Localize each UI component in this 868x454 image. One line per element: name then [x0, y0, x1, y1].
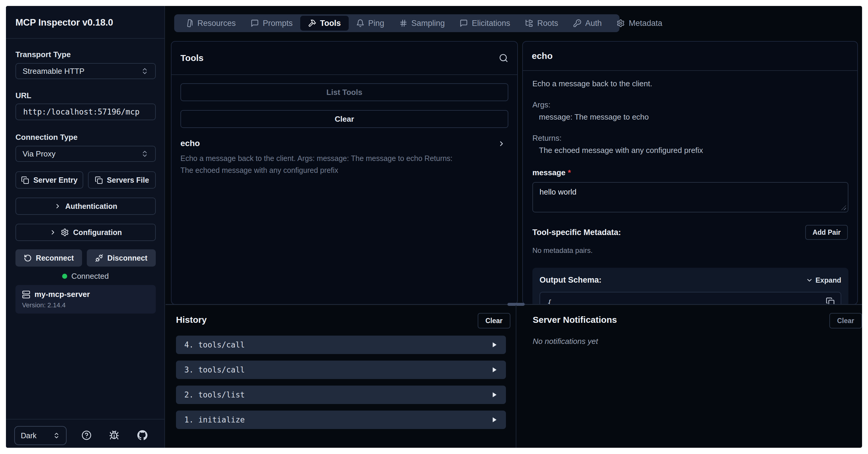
add-pair-button[interactable]: Add Pair — [805, 225, 848, 240]
play-expand-icon — [491, 342, 498, 348]
help-button[interactable] — [81, 430, 92, 441]
output-schema-section: Output Schema: Expand { type: "object" — [532, 268, 848, 305]
tab-sampling[interactable]: Sampling — [392, 14, 453, 32]
status-dot — [62, 274, 67, 279]
history-item[interactable]: 2. tools/list — [176, 386, 506, 404]
code-open-brace: { — [547, 299, 834, 305]
transport-type-value: Streamable HTTP — [23, 67, 85, 76]
vertical-split-divider — [516, 305, 516, 448]
play-expand-icon — [491, 417, 498, 423]
tools-panel-header: Tools — [172, 41, 517, 75]
github-link-button[interactable] — [137, 430, 148, 441]
authentication-label: Authentication — [65, 202, 117, 210]
chevron-right-icon — [49, 229, 57, 236]
history-item[interactable]: 4. tools/call — [176, 336, 506, 354]
tab-prompts[interactable]: Prompts — [243, 14, 300, 32]
resize-grip[interactable] — [841, 205, 846, 210]
server-info-card: my-mcp-server Version: 2.14.4 — [16, 285, 156, 314]
top-nav: Resources Prompts Tools Ping Sampling El… — [174, 14, 619, 32]
tab-label: Auth — [585, 19, 602, 28]
tab-tools[interactable]: Tools — [300, 16, 349, 31]
returns-detail: The echoed message with any configured p… — [539, 146, 848, 155]
chevron-right-icon — [498, 140, 505, 147]
tab-resources[interactable]: Resources — [178, 14, 243, 32]
server-name: my-mcp-server — [34, 290, 90, 299]
url-value: http:/localhost:57196/mcp — [23, 107, 140, 116]
configuration-expander[interactable]: Configuration — [16, 224, 156, 241]
history-clear-button[interactable]: Clear — [478, 313, 510, 329]
schema-code-block: { type: "object" — [539, 292, 841, 305]
connection-status: Connected — [6, 272, 165, 281]
key-icon — [573, 19, 582, 27]
github-icon — [137, 430, 148, 440]
gear-icon — [617, 19, 625, 27]
bug-report-button[interactable] — [108, 430, 120, 441]
help-circle-icon — [82, 430, 92, 440]
tab-elicitations[interactable]: Elicitations — [452, 14, 518, 32]
tab-auth[interactable]: Auth — [566, 14, 609, 32]
chevrons-up-down-icon — [53, 432, 60, 439]
tab-label: Metadata — [629, 19, 662, 28]
status-text: Connected — [71, 272, 109, 281]
history-item[interactable]: 3. tools/call — [176, 361, 506, 379]
hash-icon — [399, 19, 407, 27]
gear-icon — [61, 228, 69, 236]
copy-icon — [21, 176, 29, 184]
history-item-label: 4. tools/call — [184, 340, 245, 349]
history-title: History — [176, 315, 207, 325]
servers-file-label: Servers File — [107, 176, 149, 185]
chevrons-up-down-icon — [141, 150, 149, 158]
main-area: Resources Prompts Tools Ping Sampling El… — [165, 6, 862, 448]
play-expand-icon — [491, 367, 498, 373]
tab-roots[interactable]: Roots — [518, 14, 566, 32]
theme-select[interactable]: Dark — [14, 426, 67, 445]
bell-icon — [356, 19, 365, 27]
folder-tree-icon — [525, 19, 533, 27]
mcp-inspector-window: MCP Inspector v0.18.0 Transport Type Str… — [6, 6, 862, 448]
reconnect-button[interactable]: Reconnect — [16, 249, 82, 266]
expand-toggle[interactable]: Expand — [806, 276, 841, 284]
server-version: Version: 2.14.4 — [22, 302, 149, 309]
servers-file-button[interactable]: Servers File — [88, 171, 156, 189]
message-textarea[interactable]: hello world — [532, 182, 848, 212]
transport-type-select[interactable]: Streamable HTTP — [16, 63, 156, 79]
unplug-icon — [95, 254, 103, 262]
connection-type-label: Connection Type — [16, 133, 78, 142]
list-tools-button[interactable]: List Tools — [180, 83, 508, 101]
connection-type-select[interactable]: Via Proxy — [16, 146, 156, 162]
required-marker: * — [568, 168, 571, 177]
disconnect-button[interactable]: Disconnect — [87, 249, 156, 266]
history-item[interactable]: 1. initialize — [176, 410, 506, 429]
metadata-empty-text: No metadata pairs. — [532, 246, 848, 255]
disconnect-label: Disconnect — [107, 254, 148, 262]
tool-detail-description: Echo a message back to the client. — [532, 79, 848, 88]
authentication-expander[interactable]: Authentication — [16, 198, 156, 215]
search-icon[interactable] — [499, 53, 508, 63]
tool-list-item-echo[interactable]: echo Echo a message back to the client. … — [180, 139, 508, 176]
history-item-label: 2. tools/list — [184, 390, 245, 399]
tab-metadata[interactable]: Metadata — [609, 14, 670, 32]
copy-schema-button[interactable] — [826, 297, 835, 305]
url-input[interactable]: http:/localhost:57196/mcp — [16, 104, 156, 120]
message-field-label: message* — [532, 168, 848, 177]
sidebar-divider — [6, 38, 164, 39]
args-label: Args: — [532, 100, 848, 110]
tab-label: Roots — [537, 19, 558, 28]
history-item-label: 1. initialize — [184, 415, 245, 424]
transport-type-label: Transport Type — [16, 50, 71, 59]
chevron-down-icon — [806, 277, 813, 284]
tools-panel: Tools List Tools Clear echo Echo a messa… — [171, 41, 518, 305]
clear-tools-button[interactable]: Clear — [180, 110, 508, 128]
history-list: 4. tools/call 3. tools/call 2. tools/lis… — [176, 336, 506, 429]
copy-icon — [95, 176, 103, 184]
hammer-icon — [308, 19, 316, 27]
notifications-clear-button[interactable]: Clear — [829, 313, 862, 329]
files-icon — [185, 19, 193, 27]
tools-panel-title: Tools — [180, 53, 204, 63]
expand-label: Expand — [815, 276, 841, 284]
tab-label: Sampling — [411, 19, 445, 28]
tab-label: Resources — [197, 19, 236, 28]
tab-ping[interactable]: Ping — [349, 14, 392, 32]
tool-detail-panel: echo Echo a message back to the client. … — [522, 41, 858, 305]
server-entry-button[interactable]: Server Entry — [16, 171, 83, 189]
